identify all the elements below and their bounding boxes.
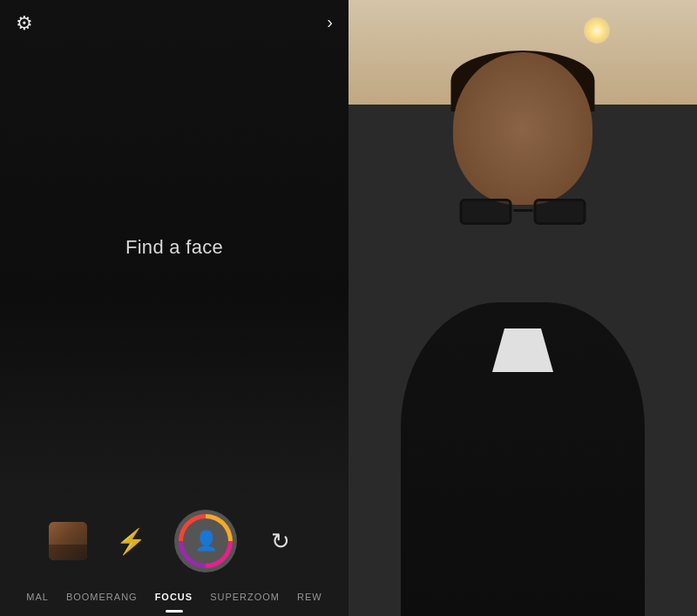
- tab-focus[interactable]: FOCUS: [146, 588, 202, 606]
- glasses-bridge: [513, 209, 532, 212]
- right-photo-panel: [348, 0, 697, 616]
- person-icon: 👤: [194, 530, 218, 552]
- bottom-controls: ⚡ 👤 ↻ MAL BOOMERANG FOCUS SUPERZOOM REW: [0, 494, 348, 616]
- flip-camera-icon: ↻: [271, 528, 290, 555]
- top-bar: ⚙ ›: [0, 0, 348, 47]
- flip-camera-button[interactable]: ↻: [261, 522, 300, 560]
- tab-boomerang[interactable]: BOOMERANG: [58, 588, 146, 606]
- tab-normal[interactable]: MAL: [17, 588, 58, 606]
- flash-icon: ⚡: [116, 527, 146, 556]
- gallery-thumbnail[interactable]: [49, 522, 87, 560]
- tab-rewind[interactable]: REW: [288, 588, 331, 606]
- find-face-label: Find a face: [125, 236, 223, 259]
- shutter-button[interactable]: 👤: [174, 510, 237, 572]
- person-face: [453, 52, 592, 205]
- forward-arrow-icon[interactable]: ›: [327, 12, 333, 35]
- gallery-image: [49, 522, 87, 560]
- mode-tabs-bar: MAL BOOMERANG FOCUS SUPERZOOM REW: [0, 581, 348, 616]
- shutter-ring: 👤: [179, 514, 233, 568]
- glasses-right-lens: [534, 199, 586, 225]
- camera-controls-row: ⚡ 👤 ↻: [0, 503, 348, 581]
- camera-viewfinder: Find a face: [0, 0, 348, 494]
- glasses-left-lens: [460, 199, 512, 225]
- person-glasses: [460, 199, 586, 229]
- tab-superzoom[interactable]: SUPERZOOM: [201, 588, 288, 606]
- person-photo: [348, 0, 697, 616]
- left-camera-panel: ⚙ › Find a face ⚡ 👤: [0, 0, 348, 616]
- shutter-center: 👤: [183, 518, 228, 564]
- settings-icon[interactable]: ⚙: [16, 12, 33, 35]
- flash-button[interactable]: ⚡: [112, 522, 150, 560]
- active-tab-indicator: [166, 610, 183, 613]
